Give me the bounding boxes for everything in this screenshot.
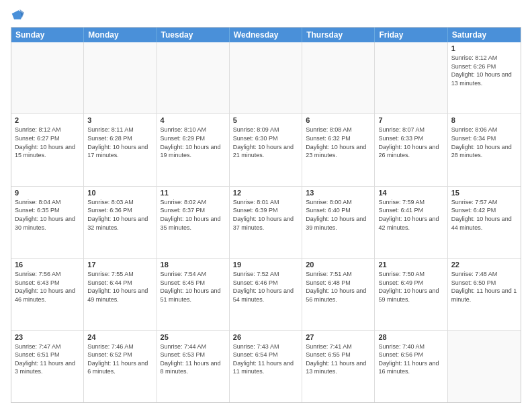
day-number: 17 [87,261,152,269]
cal-cell: 18Sunrise: 7:54 AM Sunset: 6:45 PM Dayli… [157,259,230,330]
header-day-friday: Friday [375,28,447,42]
day-number: 4 [161,116,226,124]
day-number: 24 [87,333,152,341]
day-number: 11 [161,189,226,197]
header-day-wednesday: Wednesday [230,28,302,42]
cell-info: Sunrise: 7:57 AM Sunset: 6:42 PM Dayligh… [451,198,517,232]
day-number: 1 [451,44,517,52]
cell-info: Sunrise: 8:07 AM Sunset: 6:33 PM Dayligh… [378,126,443,159]
cal-cell: 3Sunrise: 8:11 AM Sunset: 6:28 PM Daylig… [84,114,157,185]
cell-info: Sunrise: 8:12 AM Sunset: 6:27 PM Dayligh… [15,126,80,159]
cal-cell: 26Sunrise: 7:43 AM Sunset: 6:54 PM Dayli… [230,331,302,402]
cal-cell: 16Sunrise: 7:56 AM Sunset: 6:43 PM Dayli… [11,259,84,330]
header-day-sunday: Sunday [11,28,84,42]
cell-info: Sunrise: 7:40 AM Sunset: 6:56 PM Dayligh… [378,342,443,376]
cal-cell [230,42,302,113]
header-day-monday: Monday [84,28,157,42]
cal-cell: 15Sunrise: 7:57 AM Sunset: 6:42 PM Dayli… [448,187,521,258]
cal-cell: 24Sunrise: 7:46 AM Sunset: 6:52 PM Dayli… [84,331,157,402]
cal-cell [302,42,375,113]
cell-info: Sunrise: 7:59 AM Sunset: 6:41 PM Dayligh… [378,198,443,232]
cal-cell: 4Sunrise: 8:10 AM Sunset: 6:29 PM Daylig… [157,114,230,185]
cal-cell: 2Sunrise: 8:12 AM Sunset: 6:27 PM Daylig… [11,114,84,185]
cell-info: Sunrise: 7:47 AM Sunset: 6:51 PM Dayligh… [15,342,80,376]
page: SundayMondayTuesdayWednesdayThursdayFrid… [0,0,532,411]
cal-cell: 21Sunrise: 7:50 AM Sunset: 6:49 PM Dayli… [375,259,447,330]
cal-cell: 22Sunrise: 7:48 AM Sunset: 6:50 PM Dayli… [448,259,521,330]
day-number: 14 [378,189,443,197]
cal-cell: 11Sunrise: 8:02 AM Sunset: 6:37 PM Dayli… [157,187,230,258]
cell-info: Sunrise: 7:52 AM Sunset: 6:46 PM Dayligh… [233,270,298,304]
cell-info: Sunrise: 7:43 AM Sunset: 6:54 PM Dayligh… [233,342,298,376]
cal-cell: 13Sunrise: 8:00 AM Sunset: 6:40 PM Dayli… [302,187,375,258]
cal-row-4: 23Sunrise: 7:47 AM Sunset: 6:51 PM Dayli… [11,331,521,402]
calendar: SundayMondayTuesdayWednesdayThursdayFrid… [11,27,521,403]
cell-info: Sunrise: 7:55 AM Sunset: 6:44 PM Dayligh… [87,270,152,304]
day-number: 21 [378,261,443,269]
day-number: 16 [15,261,80,269]
day-number: 13 [306,189,371,197]
cell-info: Sunrise: 7:48 AM Sunset: 6:50 PM Dayligh… [451,270,517,304]
day-number: 15 [451,189,517,197]
day-number: 27 [306,333,371,341]
day-number: 10 [87,189,152,197]
cell-info: Sunrise: 8:03 AM Sunset: 6:36 PM Dayligh… [87,198,152,232]
cell-info: Sunrise: 7:51 AM Sunset: 6:48 PM Dayligh… [306,270,371,304]
day-number: 25 [161,333,226,341]
cell-info: Sunrise: 8:02 AM Sunset: 6:37 PM Dayligh… [161,198,226,232]
cal-cell [375,42,447,113]
cal-row-1: 2Sunrise: 8:12 AM Sunset: 6:27 PM Daylig… [11,114,521,186]
cal-row-2: 9Sunrise: 8:04 AM Sunset: 6:35 PM Daylig… [11,187,521,259]
cal-cell: 5Sunrise: 8:09 AM Sunset: 6:30 PM Daylig… [230,114,302,185]
day-number: 19 [233,261,298,269]
cell-info: Sunrise: 8:11 AM Sunset: 6:28 PM Dayligh… [87,126,152,159]
day-number: 12 [233,189,298,197]
cell-info: Sunrise: 8:12 AM Sunset: 6:26 PM Dayligh… [451,54,517,87]
cal-cell: 23Sunrise: 7:47 AM Sunset: 6:51 PM Dayli… [11,331,84,402]
cal-cell: 6Sunrise: 8:08 AM Sunset: 6:32 PM Daylig… [302,114,375,185]
day-number: 2 [15,116,80,124]
cell-info: Sunrise: 8:00 AM Sunset: 6:40 PM Dayligh… [306,198,371,232]
calendar-header: SundayMondayTuesdayWednesdayThursdayFrid… [11,28,521,42]
day-number: 18 [161,261,226,269]
cell-info: Sunrise: 8:06 AM Sunset: 6:34 PM Dayligh… [451,126,517,159]
day-number: 22 [451,261,517,269]
cal-cell: 17Sunrise: 7:55 AM Sunset: 6:44 PM Dayli… [84,259,157,330]
day-number: 8 [451,116,517,124]
cal-cell: 28Sunrise: 7:40 AM Sunset: 6:56 PM Dayli… [375,331,447,402]
cal-cell: 14Sunrise: 7:59 AM Sunset: 6:41 PM Dayli… [375,187,447,258]
day-number: 26 [233,333,298,341]
logo [11,8,27,21]
cell-info: Sunrise: 7:46 AM Sunset: 6:52 PM Dayligh… [87,342,152,376]
cell-info: Sunrise: 7:41 AM Sunset: 6:55 PM Dayligh… [306,342,371,376]
cal-cell: 1Sunrise: 8:12 AM Sunset: 6:26 PM Daylig… [448,42,521,113]
day-number: 3 [87,116,152,124]
day-number: 5 [233,116,298,124]
cal-cell: 9Sunrise: 8:04 AM Sunset: 6:35 PM Daylig… [11,187,84,258]
cal-cell [448,331,521,402]
cal-row-3: 16Sunrise: 7:56 AM Sunset: 6:43 PM Dayli… [11,259,521,330]
cell-info: Sunrise: 8:01 AM Sunset: 6:39 PM Dayligh… [233,198,298,232]
cell-info: Sunrise: 7:56 AM Sunset: 6:43 PM Dayligh… [15,270,80,304]
cell-info: Sunrise: 7:54 AM Sunset: 6:45 PM Dayligh… [161,270,226,304]
day-number: 9 [15,189,80,197]
day-number: 23 [15,333,80,341]
cell-info: Sunrise: 7:50 AM Sunset: 6:49 PM Dayligh… [378,270,443,304]
header-day-saturday: Saturday [448,28,521,42]
day-number: 28 [378,333,443,341]
calendar-body: 1Sunrise: 8:12 AM Sunset: 6:26 PM Daylig… [11,42,521,402]
day-number: 7 [378,116,443,124]
cell-info: Sunrise: 7:44 AM Sunset: 6:53 PM Dayligh… [161,342,226,376]
cell-info: Sunrise: 8:10 AM Sunset: 6:29 PM Dayligh… [161,126,226,159]
header-day-thursday: Thursday [302,28,375,42]
cell-info: Sunrise: 8:09 AM Sunset: 6:30 PM Dayligh… [233,126,298,159]
cal-cell: 12Sunrise: 8:01 AM Sunset: 6:39 PM Dayli… [230,187,302,258]
cal-cell [157,42,230,113]
cal-cell: 10Sunrise: 8:03 AM Sunset: 6:36 PM Dayli… [84,187,157,258]
cal-cell: 7Sunrise: 8:07 AM Sunset: 6:33 PM Daylig… [375,114,447,185]
cal-cell: 25Sunrise: 7:44 AM Sunset: 6:53 PM Dayli… [157,331,230,402]
cell-info: Sunrise: 8:04 AM Sunset: 6:35 PM Dayligh… [15,198,80,232]
header-day-tuesday: Tuesday [157,28,230,42]
cal-cell: 20Sunrise: 7:51 AM Sunset: 6:48 PM Dayli… [302,259,375,330]
logo-icon [11,8,24,21]
